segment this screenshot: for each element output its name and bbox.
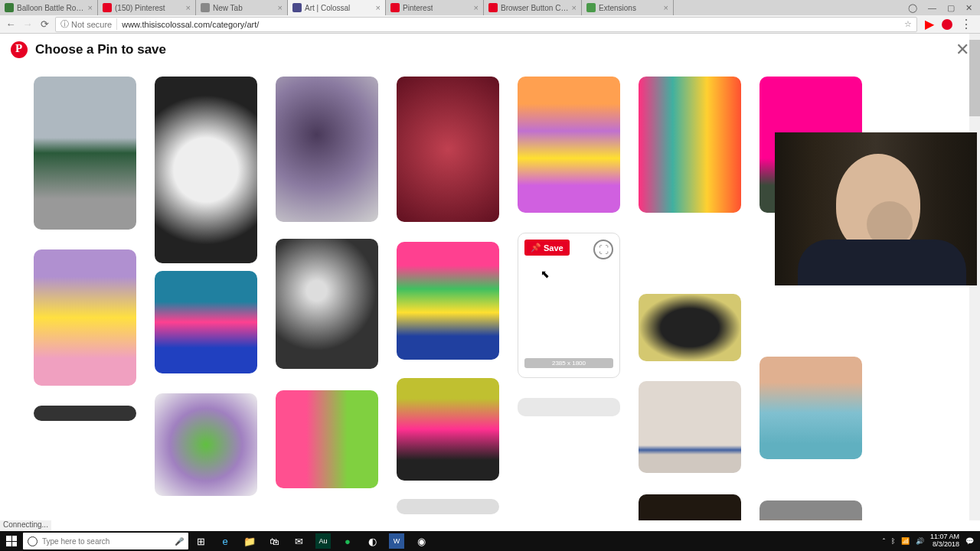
- pin-card[interactable]: [760, 357, 862, 459]
- edge-icon[interactable]: e: [213, 531, 237, 551]
- task-view-button[interactable]: ⊞: [188, 531, 213, 551]
- maximize-button[interactable]: ▢: [947, 3, 955, 13]
- pin-card[interactable]: [276, 507, 378, 520]
- favicon-icon: [390, 3, 400, 12]
- word-icon[interactable]: W: [389, 533, 404, 549]
- pin-card[interactable]: [639, 381, 741, 473]
- tab-label: New Tab: [213, 4, 243, 12]
- start-button[interactable]: [0, 531, 23, 551]
- bluetooth-icon[interactable]: ᛒ: [891, 537, 895, 545]
- tab-label: Art | Colossal: [305, 4, 350, 12]
- minimize-button[interactable]: —: [928, 3, 936, 13]
- favicon-icon: [201, 3, 210, 12]
- pinterest-ext-icon[interactable]: [942, 19, 952, 30]
- close-window-button[interactable]: ✕: [965, 3, 972, 13]
- star-icon[interactable]: ☆: [904, 19, 912, 29]
- url-text: www.thisiscolossal.com/category/art/: [122, 20, 259, 29]
- address-bar[interactable]: ⓘ Not secure www.thisiscolossal.com/cate…: [55, 17, 917, 32]
- network-icon[interactable]: 📶: [901, 537, 910, 545]
- pin-card[interactable]: [155, 77, 257, 263]
- pin-card-hovered[interactable]: 📌 Save 2385 x 1800: [518, 233, 620, 378]
- pin-card[interactable]: [397, 499, 499, 514]
- close-picker-button[interactable]: ✕: [956, 40, 969, 60]
- tab-close-button[interactable]: ×: [186, 3, 191, 12]
- favicon-icon: [5, 3, 14, 12]
- tab-close-button[interactable]: ×: [572, 3, 577, 12]
- tab-label: Balloon Battle Royale Sc: [17, 4, 85, 12]
- pin-card[interactable]: [397, 378, 499, 481]
- mail-icon[interactable]: ✉: [286, 531, 311, 551]
- audition-icon[interactable]: Au: [315, 533, 331, 549]
- taskbar-search[interactable]: Type here to search 🎤: [23, 533, 188, 549]
- spotify-icon[interactable]: ●: [335, 531, 360, 551]
- image-dimensions: 2385 x 1800: [524, 358, 613, 368]
- pin-card[interactable]: [397, 77, 499, 222]
- pin-card[interactable]: [276, 77, 378, 222]
- obs-icon[interactable]: ◐: [360, 531, 384, 551]
- store-icon[interactable]: 🛍: [262, 531, 286, 551]
- favicon-icon: [488, 3, 498, 12]
- browser-tab[interactable]: Browser Button Confirma×: [484, 0, 582, 15]
- reload-button[interactable]: ⟳: [38, 18, 51, 31]
- back-button[interactable]: ←: [5, 18, 17, 31]
- tab-label: (150) Pinterest: [115, 4, 165, 12]
- pin-card[interactable]: [276, 239, 378, 369]
- favicon-icon: [103, 3, 112, 12]
- browser-tab[interactable]: New Tab×: [196, 0, 288, 15]
- browser-tab[interactable]: Extensions×: [582, 0, 674, 15]
- pinterest-logo-icon: [11, 41, 28, 58]
- menu-icon[interactable]: ⋮: [960, 17, 972, 31]
- tab-close-button[interactable]: ×: [376, 3, 381, 12]
- tab-close-button[interactable]: ×: [664, 3, 668, 12]
- tab-label: Pinterest: [403, 4, 433, 12]
- pin-card[interactable]: [397, 242, 499, 360]
- pin-card[interactable]: [34, 406, 136, 421]
- pin-card[interactable]: [518, 77, 620, 213]
- status-text: Connecting...: [0, 520, 51, 531]
- pin-icon: 📌: [531, 243, 541, 253]
- favicon-icon: [292, 3, 302, 12]
- youtube-ext-icon[interactable]: ▶: [925, 17, 934, 31]
- tab-close-button[interactable]: ×: [474, 3, 479, 12]
- browser-tab[interactable]: Art | Colossal×: [288, 0, 386, 15]
- webcam-overlay: [775, 132, 977, 285]
- save-button[interactable]: 📌 Save: [524, 240, 570, 256]
- tab-label: Extensions: [599, 4, 636, 12]
- pin-card[interactable]: [518, 398, 620, 416]
- pin-card[interactable]: [155, 393, 257, 496]
- favicon-icon: [586, 3, 596, 12]
- explorer-icon[interactable]: 📁: [237, 531, 262, 551]
- pin-card[interactable]: [276, 390, 378, 488]
- page-title: Choose a Pin to save: [35, 42, 956, 57]
- volume-icon[interactable]: 🔊: [916, 537, 924, 545]
- forward-button: →: [21, 18, 34, 31]
- tab-close-button[interactable]: ×: [88, 3, 93, 12]
- browser-tab[interactable]: Balloon Battle Royale Sc×: [0, 0, 98, 15]
- cortana-icon: [28, 536, 38, 546]
- browser-tab[interactable]: (150) Pinterest×: [98, 0, 196, 15]
- expand-button[interactable]: [593, 240, 613, 259]
- chrome-icon[interactable]: ◉: [409, 531, 433, 551]
- pin-card[interactable]: [34, 249, 136, 386]
- user-icon[interactable]: ◯: [908, 3, 917, 13]
- pin-card[interactable]: [639, 77, 741, 213]
- mic-icon[interactable]: 🎤: [175, 537, 184, 546]
- security-indicator[interactable]: ⓘ Not secure: [60, 18, 117, 30]
- tray-up-icon[interactable]: ˆ: [883, 537, 885, 545]
- browser-tab[interactable]: Pinterest×: [386, 0, 484, 15]
- notifications-icon[interactable]: 💬: [965, 537, 974, 545]
- pin-card[interactable]: [639, 494, 741, 520]
- pin-card[interactable]: [639, 294, 741, 361]
- pin-card[interactable]: [760, 500, 862, 520]
- clock[interactable]: 11:07 AM 8/3/2018: [930, 533, 959, 549]
- pin-card[interactable]: [34, 77, 136, 230]
- tab-close-button[interactable]: ×: [278, 3, 283, 12]
- pin-card[interactable]: [155, 271, 257, 373]
- tab-label: Browser Button Confirma: [501, 4, 569, 12]
